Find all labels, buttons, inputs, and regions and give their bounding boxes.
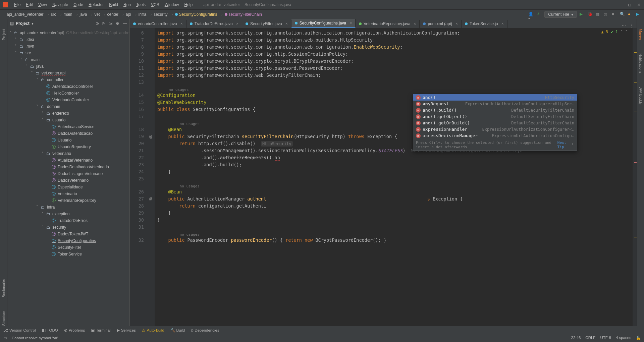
code-line[interactable]: } [157, 168, 633, 175]
toolwin-version-control[interactable]: ⎇ Version Control [3, 328, 36, 333]
line-number-gutter[interactable]: 6789101112131415161718192021222324252627… [130, 28, 147, 326]
user-icon[interactable]: 👤▾ [528, 12, 534, 17]
autocomplete-item[interactable]: mexpressionHandlerExpressionUrlAuthoriza… [413, 126, 577, 132]
close-tab-icon[interactable]: × [350, 21, 352, 25]
toolwin-terminal[interactable]: ▣ Terminal [91, 328, 110, 333]
tree-item[interactable]: ⒸEspecialidade [7, 184, 129, 190]
code-line[interactable]: import org.springframework.security.web.… [157, 72, 633, 79]
search-icon[interactable]: 🔍 [620, 12, 625, 17]
menu-window[interactable]: Window [162, 2, 182, 8]
readonly-icon[interactable]: 🔓 [636, 336, 641, 340]
tree-item[interactable]: ˃🗀.mvn [7, 43, 129, 50]
code-line[interactable]: no usages [157, 231, 633, 237]
tree-item[interactable]: ˅🗀usuario [7, 117, 129, 123]
close-tab-icon[interactable]: × [501, 21, 504, 26]
breadcrumb[interactable]: api_andre_vetcenter [3, 11, 45, 17]
tree-item[interactable]: ⒸUsuario [7, 137, 129, 144]
debug-icon[interactable]: 🐞 [588, 12, 593, 17]
tree-item[interactable]: ˅🗀main [7, 56, 129, 63]
tool-maven[interactable]: Maven [639, 29, 643, 40]
tree-item[interactable]: ⓇAtualizarVeterinario [7, 157, 129, 164]
tree-item[interactable]: ⒸSecurityConfiguratins [7, 237, 129, 244]
breadcrumb[interactable]: security [148, 11, 169, 17]
editor-tab[interactable]: TokenService.ja× [462, 20, 507, 28]
maximize-icon[interactable]: ◻ [627, 2, 632, 7]
code-line[interactable]: import org.springframework.security.conf… [157, 30, 633, 37]
breadcrumb[interactable]: vet [89, 11, 102, 17]
tree-item[interactable]: ⒸTratadorDeErros [7, 217, 129, 224]
breadcrumb[interactable]: main [58, 11, 74, 17]
code-line[interactable]: return configuration.getAuthenti [157, 203, 633, 210]
breadcrumb[interactable]: infra [133, 11, 148, 17]
tree-item[interactable]: ⒸAutenticacaoService [7, 123, 129, 130]
breadcrumb[interactable]: securityFilterChain [219, 11, 264, 17]
tree-item[interactable]: ˅🗀domain [7, 103, 129, 110]
status-line-sep[interactable]: CRLF [585, 336, 595, 340]
menu-edit[interactable]: Edit [23, 2, 36, 8]
tree-item[interactable]: ˅🗀controller [7, 76, 129, 83]
tool-bookmarks[interactable]: Bookmarks [2, 279, 6, 297]
tree-item[interactable]: ⒸVeterinarioController [7, 97, 129, 103]
tree-item[interactable]: ⒸSecurityFilter [7, 244, 129, 251]
code-line[interactable]: import org.springframework.security.cryp… [157, 65, 633, 72]
code-line[interactable]: @Bean [157, 188, 633, 195]
target-icon[interactable]: ⊙ [96, 21, 99, 26]
menu-view[interactable]: View [36, 2, 50, 8]
autocomplete-item[interactable]: mand().build()DefaultSecurityFilterChain [413, 107, 577, 113]
code-line[interactable]: .and().authorizeRequests().an [157, 154, 633, 161]
tree-item[interactable]: ˃🗀endereco [7, 110, 129, 117]
menu-help[interactable]: Help [181, 2, 195, 8]
tab-menu-icon[interactable]: ⋮ [629, 23, 633, 28]
code-line[interactable] [157, 175, 633, 182]
code-line[interactable]: } [157, 210, 633, 217]
collapse-icon[interactable]: ⇱ [102, 21, 106, 26]
code-line[interactable]: } [157, 217, 633, 224]
profile-icon[interactable]: ◷ [604, 12, 609, 17]
autocomplete-item[interactable]: manyRequestExpressionUrlAuthorizationCon… [413, 101, 577, 107]
tree-item[interactable]: ˅🗀vet.center.api [7, 70, 129, 76]
close-tab-icon[interactable]: × [236, 21, 238, 26]
close-tab-icon[interactable]: × [455, 21, 458, 26]
minimize-icon[interactable]: — [618, 2, 623, 7]
editor-tab[interactable]: SecurityConfiguratins.java× [291, 19, 356, 28]
code-line[interactable]: public AuthenticationManager authent s E… [157, 195, 633, 203]
more-icon[interactable]: ⋮ [571, 143, 574, 147]
code-line[interactable]: public PasswordEncoder passwordEncoder()… [157, 237, 633, 244]
code-line[interactable]: import org.springframework.security.conf… [157, 51, 633, 58]
editor-tab[interactable]: pom.xml (api)× [420, 20, 462, 28]
next-tip-link[interactable]: Next Tip [557, 140, 571, 149]
breadcrumb[interactable]: center [102, 11, 120, 17]
project-tree[interactable]: ˅🗀api_andre_vetcenter [api]C:\Users\clie… [7, 28, 129, 326]
tree-item[interactable]: ˃🗀.idea [7, 36, 129, 43]
code-line[interactable]: no usages [157, 182, 633, 188]
ide-update-icon[interactable]: ▶ [636, 12, 641, 17]
close-tab-icon[interactable]: × [414, 21, 416, 26]
editor-tab[interactable]: erinarioController.java× [130, 20, 186, 28]
menu-tools[interactable]: Tools [133, 2, 148, 8]
toolwin-problems[interactable]: ⊘ Problems [64, 328, 85, 333]
menu-file[interactable]: File [11, 2, 23, 8]
tree-item[interactable]: ⒸAutenticacaoController [7, 83, 129, 90]
inspection-indicator[interactable]: ▲ 5 ✔ 1 ˄˅ [601, 30, 627, 34]
breadcrumb[interactable]: api [120, 11, 133, 17]
code-line[interactable]: import org.springframework.security.cryp… [157, 58, 633, 65]
tree-item[interactable]: ˅🗀infra [7, 204, 129, 211]
run-config-selector[interactable]: Current File ▾ [544, 11, 577, 18]
tree-item[interactable]: ⓇDadosDetalhadosVeterinario [7, 164, 129, 170]
tree-item[interactable]: ⒾUsuarioRepository [7, 144, 129, 150]
menu-vcs[interactable]: VCS [148, 2, 162, 8]
toolwin-dependencies[interactable]: ⎋ Dependencies [191, 328, 219, 332]
tree-item[interactable]: ⒸTokenService [7, 251, 129, 258]
tool-project[interactable]: Project [2, 29, 6, 40]
stop-icon[interactable]: ■ [612, 12, 617, 17]
editor-tab[interactable]: VeterinarioRepository.java× [356, 20, 420, 28]
code-line[interactable]: import org.springframework.security.conf… [157, 37, 633, 44]
autocomplete-item[interactable]: maccessDecisionManagerExpressionUrlAutho… [413, 132, 577, 139]
editor-tab[interactable]: TratadorDeErros.java× [186, 20, 242, 28]
tree-item[interactable]: ˅🗀api_andre_vetcenter [api]C:\Users\clie… [7, 30, 129, 36]
chevron-down-icon[interactable]: ▾ [32, 21, 34, 26]
breadcrumb[interactable]: SecurityConfiguratins [170, 11, 219, 17]
code-line[interactable] [157, 224, 633, 231]
run-icon[interactable]: ▶ [580, 12, 585, 17]
close-tab-icon[interactable]: × [285, 21, 288, 26]
